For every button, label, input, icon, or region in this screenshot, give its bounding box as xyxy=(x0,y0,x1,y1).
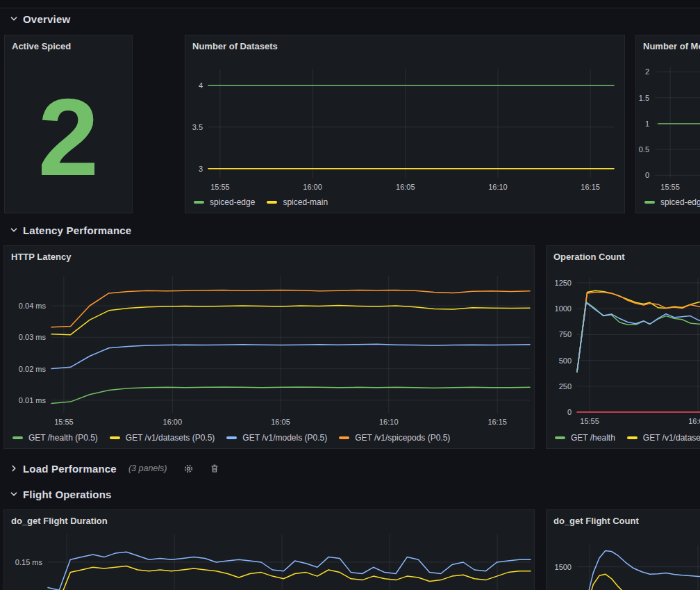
number-of-models-chart[interactable]: 21.510.5015:5516:00 xyxy=(636,35,700,214)
svg-text:16:10: 16:10 xyxy=(488,183,508,191)
svg-text:1500: 1500 xyxy=(555,563,572,571)
panel-do-get-flight-count: 1500100050015:5516:00 do_get Flight Coun… xyxy=(546,509,700,590)
svg-text:2: 2 xyxy=(645,67,649,76)
panel-active-spiced: Active Spiced 2 xyxy=(4,35,133,213)
legend-swatch xyxy=(194,201,204,204)
legend-label: GET /v1/spicepods (P0.5) xyxy=(355,433,450,443)
chart-legend: GET /health (P0.5)GET /v1/datasets (P0.5… xyxy=(12,433,450,443)
section-title-flight-operations[interactable]: Flight Operations xyxy=(23,489,112,500)
svg-text:16:05: 16:05 xyxy=(396,183,415,191)
legend-label: spiced-edge xyxy=(210,197,255,207)
legend-item[interactable]: GET /v1/models (P0.5) xyxy=(226,433,327,443)
panel-title[interactable]: do_get Flight Count xyxy=(553,516,639,526)
chart-legend: spiced-edgespiced-main xyxy=(194,197,328,207)
section-title-latency-performance[interactable]: Latency Performance xyxy=(23,224,131,236)
legend-label: spiced-edge xyxy=(660,197,700,207)
legend-label: GET /v1/datasets (P0.5) xyxy=(126,433,215,443)
operation-count-chart[interactable]: 12501000750500250015:5516:00 xyxy=(547,246,700,450)
svg-text:15:55: 15:55 xyxy=(580,417,599,425)
chevron-down-icon[interactable] xyxy=(9,225,19,235)
legend-swatch xyxy=(339,436,349,439)
trash-icon xyxy=(210,464,219,473)
row-delete-button[interactable] xyxy=(210,464,219,473)
svg-text:4: 4 xyxy=(199,81,203,90)
panel-title[interactable]: Active Spiced xyxy=(12,41,71,51)
panel-number-of-models: 21.510.5015:5516:00 Number of Models spi… xyxy=(635,35,700,213)
svg-text:1250: 1250 xyxy=(555,279,572,287)
svg-text:16:15: 16:15 xyxy=(488,418,507,426)
section-header-latency-performance[interactable]: Latency Performance xyxy=(9,222,131,238)
svg-text:0.02 ms: 0.02 ms xyxy=(19,365,47,373)
svg-text:0.04 ms: 0.04 ms xyxy=(19,302,47,310)
svg-text:250: 250 xyxy=(559,382,572,391)
number-of-datasets-chart[interactable]: 43.5315:5516:0016:0516:1016:15 xyxy=(185,35,626,214)
legend-swatch xyxy=(627,436,638,439)
svg-text:15:55: 15:55 xyxy=(54,418,74,426)
chart-legend: spiced-edge xyxy=(644,197,700,207)
svg-text:0: 0 xyxy=(567,408,572,416)
gear-icon xyxy=(183,464,194,474)
svg-text:1000: 1000 xyxy=(555,304,572,313)
legend-item[interactable]: spiced-main xyxy=(267,197,328,207)
svg-text:500: 500 xyxy=(559,357,572,365)
legend-item[interactable]: GET /v1/datasets (P0.5) xyxy=(110,433,215,443)
chart-legend: GET /healthGET /v1/datasets xyxy=(555,433,700,443)
panel-title[interactable]: HTTP Latency xyxy=(11,252,71,262)
legend-label: GET /health (P0.5) xyxy=(28,433,98,443)
section-title-load-performance[interactable]: Load Performance xyxy=(23,463,117,475)
panel-title[interactable]: Number of Models xyxy=(643,41,700,51)
legend-swatch xyxy=(12,436,23,439)
svg-text:3: 3 xyxy=(199,165,203,173)
panel-operation-count: 12501000750500250015:5516:00 Operation C… xyxy=(546,245,700,449)
svg-text:15:55: 15:55 xyxy=(660,183,680,191)
svg-text:16:00: 16:00 xyxy=(303,183,322,191)
svg-text:16:10: 16:10 xyxy=(379,418,399,426)
legend-item[interactable]: GET /health (P0.5) xyxy=(12,433,98,443)
svg-text:0.5: 0.5 xyxy=(639,145,649,154)
svg-text:16:15: 16:15 xyxy=(581,183,600,191)
svg-text:1.5: 1.5 xyxy=(639,94,649,102)
legend-label: GET /health xyxy=(571,433,615,443)
svg-text:16:00: 16:00 xyxy=(163,418,183,426)
svg-text:0.03 ms: 0.03 ms xyxy=(19,333,47,341)
legend-item[interactable]: spiced-edge xyxy=(194,197,255,207)
row-settings-button[interactable] xyxy=(183,464,194,474)
panel-number-of-datasets: 43.5315:5516:0016:0516:1016:15 Number of… xyxy=(185,35,625,213)
svg-text:16:00: 16:00 xyxy=(688,417,700,425)
legend-swatch xyxy=(226,436,237,439)
chevron-down-icon[interactable] xyxy=(9,489,19,499)
svg-text:15:55: 15:55 xyxy=(210,183,230,191)
panel-title[interactable]: Number of Datasets xyxy=(192,41,278,51)
legend-item[interactable]: GET /v1/spicepods (P0.5) xyxy=(339,433,450,443)
http-latency-chart[interactable]: 0.04 ms0.03 ms0.02 ms0.01 ms15:5516:0016… xyxy=(4,246,535,450)
legend-label: GET /v1/datasets xyxy=(643,433,700,443)
legend-item[interactable]: GET /health xyxy=(555,433,615,443)
svg-text:3.5: 3.5 xyxy=(192,123,203,131)
section-header-overview[interactable]: Overview xyxy=(9,11,70,26)
svg-text:750: 750 xyxy=(559,330,572,338)
chevron-right-icon[interactable] xyxy=(9,464,19,473)
section-header-flight-operations[interactable]: Flight Operations xyxy=(9,486,112,502)
top-nav-edge xyxy=(0,0,700,8)
big-stat-value: 2 xyxy=(5,63,132,210)
section-header-load-performance[interactable]: Load Performance (3 panels) xyxy=(9,461,219,476)
legend-swatch xyxy=(110,436,120,439)
legend-swatch xyxy=(644,201,655,204)
legend-label: GET /v1/models (P0.5) xyxy=(242,433,327,443)
legend-item[interactable]: GET /v1/datasets xyxy=(627,433,700,443)
panel-count-label: (3 panels) xyxy=(128,464,167,473)
chevron-down-icon[interactable] xyxy=(9,14,19,24)
svg-text:0.15 ms: 0.15 ms xyxy=(15,558,43,566)
svg-text:16:05: 16:05 xyxy=(271,418,290,426)
panel-title[interactable]: do_get Flight Duration xyxy=(11,516,108,526)
section-title-overview[interactable]: Overview xyxy=(23,13,70,25)
svg-text:1: 1 xyxy=(645,120,649,128)
legend-swatch xyxy=(555,436,565,439)
legend-item[interactable]: spiced-edge xyxy=(644,197,700,207)
panel-do-get-flight-duration: 0.15 ms15:5516:0016:0516:1016:15 do_get … xyxy=(3,509,535,590)
panel-http-latency: 0.04 ms0.03 ms0.02 ms0.01 ms15:5516:0016… xyxy=(3,245,535,449)
svg-text:0: 0 xyxy=(645,171,649,179)
legend-label: spiced-main xyxy=(283,197,328,207)
panel-title[interactable]: Operation Count xyxy=(553,252,625,262)
svg-text:0.01 ms: 0.01 ms xyxy=(19,396,47,404)
